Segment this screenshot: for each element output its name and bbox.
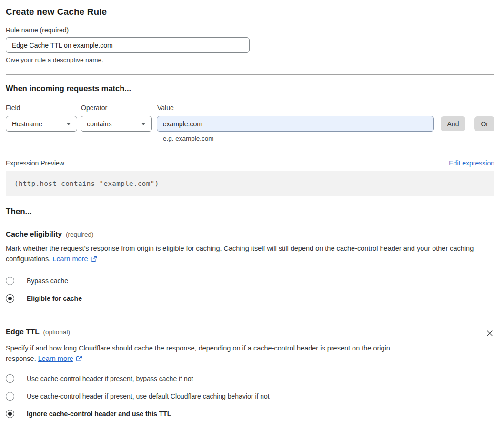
divider <box>6 317 494 317</box>
and-button[interactable]: And <box>441 116 466 131</box>
value-label: Value <box>157 104 174 112</box>
expression-preview-row: Expression Preview Edit expression <box>6 159 494 167</box>
close-icon <box>486 329 494 337</box>
operator-label: Operator <box>81 104 157 112</box>
page-title: Create new Cache Rule <box>6 7 494 17</box>
radio-option-ignore-header-use-ttl[interactable]: Ignore cache-control header and use this… <box>6 410 494 418</box>
external-link-icon <box>76 355 82 365</box>
value-input[interactable] <box>157 116 434 132</box>
cache-eligibility-title: Cache eligibility <box>6 230 62 238</box>
radio-option-eligible-for-cache[interactable]: Eligible for cache <box>6 294 494 303</box>
edge-ttl-title: Edge TTL <box>6 328 40 336</box>
divider <box>6 74 494 75</box>
radio-unchecked-icon <box>6 277 14 285</box>
radio-unchecked-icon <box>6 374 14 383</box>
expression-builder-labels: Field Operator Value <box>6 104 494 112</box>
or-button[interactable]: Or <box>474 116 494 131</box>
field-select[interactable]: Hostname <box>6 116 77 132</box>
radio-checked-icon <box>6 294 14 303</box>
radio-checked-icon <box>6 410 14 418</box>
learn-more-link[interactable]: Learn more <box>38 355 73 362</box>
chevron-down-icon <box>66 123 71 125</box>
edge-ttl-options: Use cache-control header if present, byp… <box>6 374 494 418</box>
rule-name-input[interactable] <box>6 37 250 53</box>
expression-builder-row: Hostname contains And Or <box>6 116 494 132</box>
match-section-heading: When incoming requests match... <box>6 84 494 93</box>
operator-select[interactable]: contains <box>81 116 151 132</box>
operator-select-value: contains <box>87 120 111 128</box>
field-select-value: Hostname <box>12 120 42 128</box>
edge-ttl-qualifier: (optional) <box>43 329 70 336</box>
rule-name-label: Rule name (required) <box>6 26 494 34</box>
edit-expression-link[interactable]: Edit expression <box>449 159 494 167</box>
external-link-icon <box>91 255 97 266</box>
edge-ttl-heading: Edge TTL (optional) <box>6 328 70 336</box>
expression-preview-label: Expression Preview <box>6 159 64 167</box>
chevron-down-icon <box>141 123 146 125</box>
cache-eligibility-description: Mark whether the request’s response from… <box>6 244 488 265</box>
then-heading: Then... <box>6 207 494 216</box>
learn-more-link[interactable]: Learn more <box>52 255 88 263</box>
rule-name-help: Give your rule a descriptive name. <box>6 56 494 63</box>
create-cache-rule-page: Create new Cache Rule Rule name (require… <box>0 0 504 432</box>
edge-ttl-description: Specify if and how long Cloudflare shoul… <box>6 343 405 365</box>
close-edge-ttl-button[interactable] <box>485 329 494 339</box>
radio-option-use-header-default[interactable]: Use cache-control header if present, use… <box>6 392 494 401</box>
radio-option-use-header-bypass[interactable]: Use cache-control header if present, byp… <box>6 374 494 383</box>
edge-ttl-heading-row: Edge TTL (optional) <box>6 328 494 339</box>
cache-eligibility-qualifier: (required) <box>66 231 94 238</box>
cache-eligibility-options: Bypass cache Eligible for cache <box>6 277 494 303</box>
cache-eligibility-heading-row: Cache eligibility (required) <box>6 230 494 238</box>
expression-preview-code: (http.host contains "example.com") <box>6 171 494 196</box>
radio-unchecked-icon <box>6 392 14 401</box>
value-help: e.g. example.com <box>163 135 494 142</box>
field-label: Field <box>6 104 81 112</box>
radio-option-bypass-cache[interactable]: Bypass cache <box>6 277 494 285</box>
